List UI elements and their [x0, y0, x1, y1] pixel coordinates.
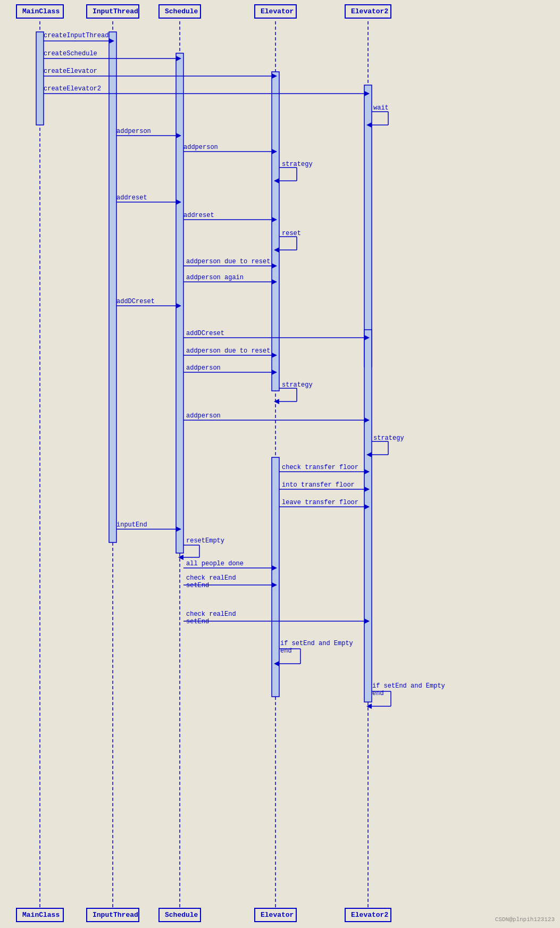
label-resetEmpty: resetEmpty: [186, 537, 224, 545]
svg-marker-75: [272, 565, 277, 571]
watermark: CSDN@plnpih123123: [495, 916, 555, 923]
svg-rect-8: [272, 72, 279, 391]
label-check-realEnd-1: check realEndsetEnd: [186, 574, 236, 589]
svg-marker-15: [176, 56, 181, 61]
svg-rect-10: [272, 457, 279, 697]
label-inputEnd: inputEnd: [116, 521, 147, 529]
lifeline-box-elevator-bottom: Elevator: [254, 908, 297, 922]
label-createInputThread: createInputThread: [44, 32, 108, 39]
svg-marker-63: [364, 469, 370, 474]
svg-marker-51: [272, 370, 277, 375]
label-createSchedule: createSchedule: [44, 50, 97, 57]
lifeline-box-mainclass-top: MainClass: [16, 4, 64, 19]
svg-marker-39: [274, 247, 279, 253]
svg-marker-19: [364, 91, 370, 96]
svg-marker-43: [272, 279, 277, 285]
label-addDCreset-1: addDCreset: [116, 298, 155, 305]
label-strategy-2: strategy: [282, 381, 313, 389]
svg-marker-57: [364, 417, 370, 423]
label-leave-transfer: leave transfer floor: [282, 499, 358, 506]
svg-rect-9: [364, 85, 372, 367]
lifeline-box-mainclass-bottom: MainClass: [16, 908, 64, 922]
svg-marker-55: [274, 399, 279, 404]
label-setEnd-empty-2: if setEnd and Emptyend: [372, 682, 445, 697]
svg-marker-87: [366, 704, 372, 709]
label-addperson-1: addperson: [116, 128, 151, 135]
svg-rect-6: [109, 32, 116, 542]
svg-marker-45: [176, 303, 181, 308]
label-createElevator2: createElevator2: [44, 85, 101, 93]
lifeline-box-schedule-bottom: Schedule: [158, 908, 201, 922]
svg-marker-61: [366, 452, 372, 457]
label-check-transfer: check transfer floor: [282, 464, 358, 471]
label-reset: reset: [282, 230, 301, 237]
svg-marker-13: [109, 38, 114, 44]
svg-marker-41: [272, 263, 277, 269]
lifeline-box-inputthread-bottom: InputThread: [86, 908, 139, 922]
svg-marker-67: [364, 504, 370, 509]
label-addperson-3: addperson: [186, 364, 221, 372]
svg-marker-73: [178, 555, 183, 560]
label-addreset-1: addreset: [116, 194, 147, 202]
label-check-realEnd-2: check realEndsetEnd: [186, 611, 236, 625]
svg-rect-7: [176, 53, 183, 553]
svg-marker-47: [364, 335, 370, 340]
label-setEnd-empty-1: if setEnd and Emptyend: [280, 640, 353, 655]
lifeline-box-elevator-top: Elevator: [254, 4, 297, 19]
svg-marker-83: [274, 661, 279, 666]
label-addDCreset-2: addDCreset: [186, 330, 224, 337]
label-wait: wait: [373, 104, 389, 112]
svg-marker-27: [272, 149, 277, 154]
svg-marker-69: [176, 526, 181, 532]
label-strategy-1: strategy: [282, 161, 313, 168]
svg-marker-33: [176, 199, 181, 205]
lifeline-box-elevator2-top: Elevator2: [345, 4, 391, 19]
diagram-svg: [0, 0, 560, 928]
label-createElevator: createElevator: [44, 68, 97, 75]
label-strategy-3: strategy: [373, 434, 404, 442]
label-all-people-done: all people done: [186, 560, 244, 567]
svg-marker-31: [274, 178, 279, 183]
svg-marker-65: [364, 487, 370, 492]
label-addperson-2: addperson: [183, 144, 218, 151]
svg-marker-35: [272, 217, 277, 222]
label-into-transfer: into transfer floor: [282, 481, 355, 489]
label-addreset-2: addreset: [183, 212, 214, 219]
diagram-container: MainClass InputThread Schedule Elevator …: [0, 0, 560, 928]
lifeline-box-schedule-top: Schedule: [158, 4, 201, 19]
svg-marker-77: [272, 582, 277, 588]
svg-marker-23: [366, 122, 372, 128]
svg-marker-17: [272, 73, 277, 79]
label-addperson-again: addperson again: [186, 274, 244, 281]
svg-marker-49: [272, 353, 277, 358]
svg-rect-5: [36, 32, 44, 125]
label-addperson-due-reset-1: addperson due to reset: [186, 258, 270, 265]
svg-marker-25: [176, 133, 181, 138]
lifeline-box-elevator2-bottom: Elevator2: [345, 908, 391, 922]
svg-marker-79: [364, 618, 370, 624]
svg-rect-11: [364, 330, 372, 702]
lifeline-box-inputthread-top: InputThread: [86, 4, 139, 19]
label-addperson-due-reset-2: addperson due to reset: [186, 347, 270, 355]
label-addperson-4: addperson: [186, 412, 221, 420]
